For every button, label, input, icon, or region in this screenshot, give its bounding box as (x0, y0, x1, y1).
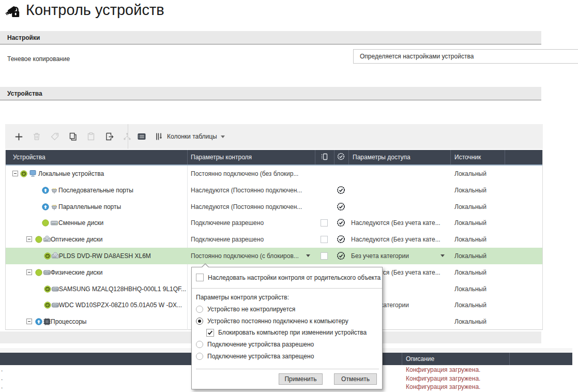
column-header-control[interactable]: Параметры контроля (191, 154, 252, 161)
copy-icon (68, 132, 78, 142)
device-row[interactable]: Последовательные портыНаследуются (Посто… (6, 182, 542, 199)
source-value: Локальный (454, 203, 486, 210)
status-connected-lock-icon (20, 170, 27, 177)
collapse-expander-icon[interactable] (12, 171, 18, 176)
control-param-value: Постоянно подключено (без блокир... (191, 170, 298, 177)
radio-option-label: Подключение устройства запрещено (207, 353, 314, 360)
hard-disk-icon (51, 285, 59, 293)
shadow-copy-checkbox[interactable] (321, 236, 328, 243)
settings-section-header: Настройки (0, 31, 541, 44)
collapse-expander-icon[interactable] (26, 319, 32, 324)
control-param-value: Подключение разрешено (191, 236, 264, 243)
radio-unselected-icon[interactable] (196, 341, 203, 348)
log-description: Конфигурация загружена. (406, 375, 480, 382)
collapse-expander-icon[interactable] (26, 269, 32, 275)
control-params-popup: Наследовать настройки контроля от родите… (191, 267, 383, 389)
column-header-devices[interactable]: Устройства (13, 154, 45, 161)
control-params-group-label: Параметры контроля устройств: (196, 294, 289, 301)
apply-button[interactable]: Применить (279, 373, 323, 385)
chevron-down-icon (221, 135, 225, 138)
control-param-value: Наследуются (Постоянно подключен... (191, 187, 302, 194)
source-value: Локальный (454, 269, 486, 276)
control-param-value: Наследуются (Постоянно подключен... (191, 203, 302, 210)
log-column-header-description[interactable]: Описание (406, 355, 434, 363)
export-button[interactable] (101, 128, 117, 145)
radio-option-label: Устройство постоянно подключено к компью… (207, 318, 348, 325)
source-value: Локальный (454, 301, 486, 309)
radio-unselected-icon[interactable] (196, 353, 203, 360)
table-columns-button[interactable]: Колонки таблицы (154, 128, 225, 145)
list-view-button[interactable] (133, 128, 150, 145)
inherit-control-label: Наследовать настройки контроля от родите… (208, 274, 381, 281)
inherit-control-checkbox[interactable] (196, 274, 204, 281)
status-allowed-icon (35, 236, 42, 243)
device-row[interactable]: Сменные дискиПодключение разрешеноНаслед… (6, 215, 542, 231)
shadow-copy-checkbox[interactable] (321, 219, 328, 227)
status-connected-lock-icon (44, 285, 51, 293)
badge-check-icon (337, 251, 345, 260)
tag-button[interactable] (47, 128, 63, 145)
control-dropdown-caret-icon[interactable] (306, 254, 310, 257)
device-name: PLDS DVD-RW DA8AESH XL6M (59, 252, 151, 260)
optical-drive-icon (51, 252, 59, 260)
column-header-source[interactable]: Источник (454, 154, 481, 161)
device-row[interactable]: Параллельные портыНаследуются (Постоянно… (6, 199, 542, 215)
lock-computer-checkbox[interactable] (206, 329, 214, 337)
column-separator (334, 150, 334, 164)
status-connected-lock-icon (44, 301, 51, 309)
access-param-value: Наследуются (Без учета кате... (351, 236, 440, 243)
source-value: Локальный (454, 219, 486, 227)
badge-check-column-icon[interactable] (337, 153, 345, 160)
cancel-button[interactable]: Отменить (334, 373, 377, 385)
shadow-copy-column-icon[interactable] (320, 153, 328, 161)
optical-drive-icon (43, 235, 51, 244)
radio-option-label: Подключение устройства разрешено (207, 341, 314, 348)
source-value: Локальный (454, 285, 486, 293)
column-header-access[interactable]: Параметры доступа (353, 154, 410, 161)
paste-button[interactable] (83, 128, 99, 145)
shadow-copy-checkbox[interactable] (321, 252, 328, 260)
copy-button[interactable] (65, 128, 81, 145)
access-dropdown-caret-icon[interactable] (440, 254, 445, 257)
radio-option-label: Устройство не контролируется (207, 306, 295, 313)
settings-section-title: Настройки (7, 34, 40, 41)
radio-unselected-icon[interactable] (196, 306, 203, 313)
hard-disk-icon (51, 301, 59, 309)
device-name: Физические диски (51, 269, 103, 276)
column-separator (348, 150, 349, 164)
control-option-row: Подключение устройства запрещено (196, 352, 314, 361)
shadow-copy-select[interactable]: Определяется настройками устройства (353, 49, 578, 64)
column-separator (315, 150, 315, 164)
popup-separator (196, 369, 379, 369)
access-param-value: Без учета категории (351, 252, 409, 260)
radio-selected-icon[interactable] (196, 318, 203, 325)
device-row[interactable]: Локальные устройстваПостоянно подключено… (6, 165, 542, 182)
device-name: Оптические диски (51, 236, 103, 243)
column-separator (402, 353, 402, 365)
badge-check-icon (337, 202, 345, 211)
add-button[interactable] (10, 128, 27, 145)
table-columns-icon (154, 132, 163, 141)
hierarchy-icon (123, 132, 132, 141)
device-row[interactable]: PLDS DVD-RW DA8AESH XL6MПостоянно подклю… (6, 248, 542, 264)
delete-button[interactable] (28, 128, 45, 145)
column-separator (187, 150, 188, 164)
cpu-icon (43, 318, 51, 326)
column-separator (450, 150, 451, 164)
badge-check-icon (337, 186, 345, 194)
collapse-expander-icon[interactable] (26, 236, 32, 242)
device-row[interactable]: Оптические дискиПодключение разрешеноНас… (6, 231, 542, 248)
control-option-row: Устройство постоянно подключено к компью… (196, 316, 348, 326)
paste-icon (86, 132, 96, 141)
hard-disk-icon (43, 268, 51, 277)
table-columns-label: Колонки таблицы (167, 133, 217, 140)
source-value: Локальный (454, 318, 486, 325)
badge-check-icon (337, 235, 345, 244)
access-param-value: Наследуются (Без учета кате... (351, 219, 440, 227)
source-value: Локальный (454, 252, 486, 260)
device-name: SAMSUNG MZALQ128HBHQ-000L1 9L1QF... (59, 285, 186, 293)
source-value: Локальный (454, 187, 486, 194)
status-allowed-icon (42, 219, 49, 227)
serial-port-icon (50, 203, 58, 211)
serial-port-icon (50, 186, 58, 194)
